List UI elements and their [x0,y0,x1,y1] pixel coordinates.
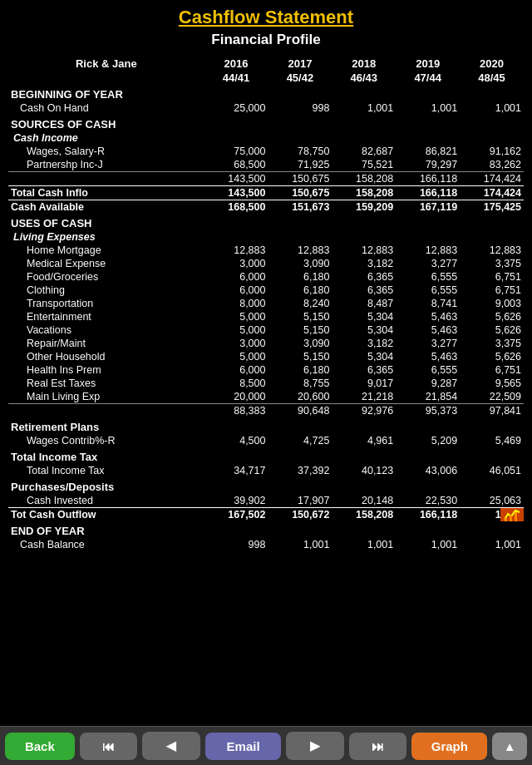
content-area: Cashflow Statement Financial Profile Ric… [0,0,532,726]
partnership-j-row: Partnershp Inc-J 68,500 71,925 75,521 79… [8,158,524,172]
transportation-row: Transportation 8,000 8,240 8,487 8,741 9… [8,297,524,310]
other-household-row: Other Household 5,000 5,150 5,304 5,463 … [8,350,524,363]
svg-rect-0 [505,518,507,521]
header-ages-row: 44/41 45/42 46/43 47/44 48/45 [8,71,524,85]
year-2018: 2018 [332,57,396,71]
year-2020: 2020 [460,57,524,71]
total-income-tax-row: Total Income Tax 34,717 37,392 40,123 43… [8,464,524,477]
cash-invested-row: Cash Invested 39,902 17,907 20,148 22,53… [8,494,524,508]
end-of-year-header: END OF YEAR [8,521,524,538]
sources-subtotal-row: 143,500 150,675 158,208 166,118 174,424 [8,172,524,186]
entertainment-row: Entertainment 5,000 5,150 5,304 5,463 5,… [8,310,524,323]
beginning-of-year-header: BEGINNING OF YEAR [8,85,524,101]
real-est-taxes-row: Real Est Taxes 8,500 8,755 9,017 9,287 9… [8,377,524,390]
income-tax-header-row: Total Income Tax [8,447,524,464]
retirement-plans-header: Retirement Plans [8,417,524,434]
sources-of-cash-header: SOURCES OF CASH [8,115,524,131]
svg-rect-2 [515,512,517,521]
age-2018: 46/43 [332,71,396,85]
main-living-row: Main Living Exp 20,000 20,600 21,218 21,… [8,390,524,404]
purchases-header-row: Purchases/Deposits [8,477,524,494]
cash-available-row: Cash Available 168,500 151,673 159,209 1… [8,200,524,215]
home-mortgage-row: Home Mortgage 12,883 12,883 12,883 12,88… [8,244,524,257]
age-2016: 44/41 [204,71,268,85]
cash-on-hand-row: Cash On Hand 25,000 998 1,001 1,001 1,00… [8,101,524,115]
toolbar: Back ⏮ ◀ Email ▶ ⏭ Graph ▲ [0,726,532,765]
prev-button[interactable]: ◀ [142,732,200,760]
app: Cashflow Statement Financial Profile Ric… [0,0,532,765]
cash-income-header: Cash Income [8,131,524,145]
next-button[interactable]: ▶ [286,732,344,760]
up-button[interactable]: ▲ [492,733,527,760]
repair-row: Repair/Maint 3,000 3,090 3,182 3,277 3,3… [8,337,524,350]
age-2017: 45/42 [268,71,332,85]
cash-balance-row: Cash Balance 998 1,001 1,001 1,001 1,001 [8,538,524,551]
page-title: Cashflow Statement [8,7,524,28]
rewind-button[interactable]: ⏮ [80,733,138,760]
living-expenses-header: Living Expenses [8,230,524,244]
uses-subtotal-row: 88,383 90,648 92,976 95,373 97,841 [8,404,524,418]
person-label: Rick & Jane [8,57,204,71]
age-2019: 47/44 [396,71,460,85]
wages-r-row: Wages, Salary-R 75,000 78,750 82,687 86,… [8,145,524,158]
age-2020: 48/45 [460,71,524,85]
uses-of-cash-header: USES OF CASH [8,214,524,230]
food-row: Food/Groceries 6,000 6,180 6,365 6,555 6… [8,270,524,284]
year-2016: 2016 [204,57,268,71]
page-subtitle: Financial Profile [8,32,524,48]
header-names-row: Rick & Jane 2016 2017 2018 2019 2020 [8,57,524,71]
year-2019: 2019 [396,57,460,71]
clothing-row: Clothing 6,000 6,180 6,365 6,555 6,751 [8,284,524,297]
wages-contrib-row: Wages Contrib%-R 4,500 4,725 4,961 5,209… [8,434,524,447]
medical-row: Medical Expense 3,000 3,090 3,182 3,277 … [8,257,524,270]
email-button[interactable]: Email [205,733,281,760]
graph-button[interactable]: Graph [411,733,487,760]
forward-button[interactable]: ⏭ [349,733,407,760]
vacations-row: Vacations 5,000 5,150 5,304 5,463 5,626 [8,323,524,337]
total-cash-outflow-row: Tot Cash Outflow 167,502 150,672 158,208… [8,508,524,522]
total-cash-inflow-row: Total Cash Inflo 143,500 150,675 158,208… [8,186,524,200]
cashflow-table: Rick & Jane 2016 2017 2018 2019 2020 44/… [8,57,524,551]
back-button[interactable]: Back [5,733,75,760]
health-ins-row: Health Ins Prem 6,000 6,180 6,365 6,555 … [8,363,524,377]
svg-rect-1 [510,516,512,521]
year-2017: 2017 [268,57,332,71]
